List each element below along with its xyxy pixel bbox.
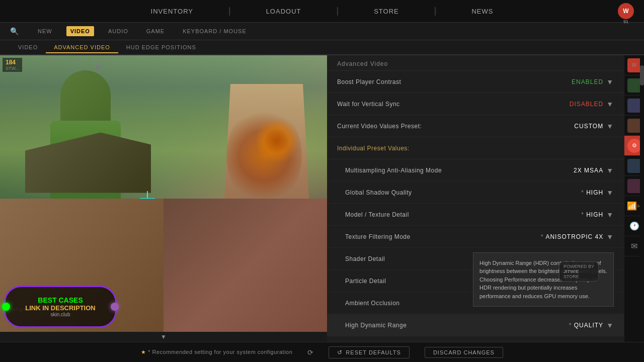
boost-contrast-label: Boost Player Contrast	[337, 78, 401, 85]
texture-dropdown[interactable]: HIGH ▼	[533, 211, 614, 219]
ao-label: Ambient Occlusion	[345, 300, 400, 307]
chevron-down-icon: ▼	[606, 321, 614, 329]
sidebar-icon-image-4	[627, 119, 641, 133]
game-view-panel: 184 STW... ➜ range view: BEST CASES LINK	[0, 55, 327, 342]
chevron-down-icon: ▼	[606, 166, 614, 174]
shadow-label: Global Shadow Quality	[345, 189, 412, 196]
avatar-icon: W	[618, 3, 634, 19]
game-screenshot: 184 STW... ➜ range view: BEST CASES LINK	[0, 55, 327, 342]
scrollbar-thumb[interactable]	[640, 65, 644, 85]
shader-label: Shader Detail	[345, 255, 385, 262]
vsync-label: Wait for Vertical Sync	[337, 101, 400, 108]
user-avatar[interactable]: W 91	[618, 3, 634, 24]
settings-panel: Advanced Video Boost Player Contrast ENA…	[327, 55, 624, 342]
boost-contrast-dropdown[interactable]: ENABLED ▼	[533, 78, 614, 86]
score-value: 184	[6, 59, 19, 66]
filtering-value: ANISOTROPIC 4X	[541, 233, 603, 240]
right-area: Advanced Video Boost Player Contrast ENA…	[327, 55, 644, 342]
scrollbar[interactable]	[640, 55, 644, 342]
search-icon[interactable]: 🔍	[10, 27, 19, 35]
bottom-right-view	[164, 199, 327, 342]
chevron-down-icon: ▼	[606, 277, 614, 285]
nav-store[interactable]: STORE	[369, 6, 404, 17]
top-nav: INVENTORY | LOADOUT | STORE | NEWS W 91	[0, 0, 644, 23]
setting-vsync[interactable]: Wait for Vertical Sync DISABLED ▼	[327, 93, 624, 115]
chevron-down-icon: ▼	[606, 100, 614, 108]
filtering-dropdown[interactable]: ANISOTROPIC 4X ▼	[533, 233, 614, 241]
nav-divider-1: |	[228, 6, 231, 17]
chevron-down-icon: ▼	[606, 78, 614, 86]
ad-subtitle: LINK IN DESCRIPTION	[25, 304, 95, 312]
discard-label: DISCARD CHANGES	[433, 349, 495, 355]
tab-video[interactable]: VIDEO	[66, 26, 94, 36]
texture-value: HIGH	[581, 211, 603, 218]
sub-tabs-bar: VIDEO ADVANCED VIDEO HUD EDGE POSITIONS	[0, 40, 644, 55]
preset-label: Current Video Values Preset:	[337, 123, 422, 130]
setting-preset[interactable]: Current Video Values Preset: CUSTOM ▼	[327, 115, 624, 137]
setting-texture[interactable]: Model / Texture Detail HIGH ▼	[327, 204, 624, 226]
sub-tab-advanced-video[interactable]: ADVANCED VIDEO	[46, 42, 118, 53]
individual-preset-header: Individual Preset Values:	[327, 137, 624, 159]
tab-keyboard-mouse[interactable]: KEYBOARD / MOUSE	[179, 26, 251, 36]
boost-contrast-value: ENABLED	[572, 78, 603, 85]
shadow-dropdown[interactable]: HIGH ▼	[533, 189, 614, 197]
fire-secondary	[257, 116, 297, 166]
arrow-decoration: ➜	[96, 63, 102, 72]
discard-changes-button[interactable]: DISCARD CHANGES	[425, 347, 503, 358]
nav-news[interactable]: NEWS	[466, 6, 498, 17]
chevron-down-icon: ▼	[606, 255, 614, 263]
nav-loadout[interactable]: LOADOUT	[261, 6, 306, 17]
sub-tab-video[interactable]: VIDEO	[10, 42, 46, 53]
powered-by-text: POWERED BYJITW!ESTORE	[564, 264, 594, 279]
setting-boost-contrast[interactable]: Boost Player Contrast ENABLED ▼	[327, 71, 624, 93]
chevron-down-icon: ▼	[606, 233, 614, 241]
msaa-dropdown[interactable]: 2X MSAA ▼	[533, 166, 614, 174]
scroll-down-arrow[interactable]: ▼	[0, 332, 327, 342]
sidebar-icon-image-3	[627, 99, 641, 113]
bottom-bar: ★ * Recommended setting for your system …	[0, 342, 644, 362]
individual-preset-label: Individual Preset Values:	[337, 145, 410, 152]
hdr-value: QUALITY	[569, 322, 603, 329]
hdr-dropdown[interactable]: QUALITY ▼	[533, 321, 614, 329]
chevron-down-icon: ▼	[606, 211, 614, 219]
texture-label: Model / Texture Detail	[345, 211, 409, 218]
preset-dropdown[interactable]: CUSTOM ▼	[533, 122, 614, 130]
sub-tab-hud[interactable]: HUD EDGE POSITIONS	[118, 42, 204, 53]
filtering-label: Texture Filtering Mode	[345, 233, 411, 240]
setting-fsr[interactable]: FidelityFX Super Resolution ▼	[327, 336, 624, 342]
hdr-label: High Dynamic Range	[345, 322, 407, 329]
powered-by-badge: POWERED BYJITW!ESTORE	[559, 261, 599, 282]
ad-banner: BEST CASES LINK IN DESCRIPTION skin.club	[5, 287, 116, 327]
tab-new[interactable]: NEW	[34, 26, 56, 36]
clock-icon: 🕐	[629, 221, 639, 231]
ad-dot-left	[2, 303, 10, 311]
tab-game[interactable]: GAME	[142, 26, 169, 36]
setting-ao[interactable]: Ambient Occlusion MEDIUM ▼	[327, 292, 624, 314]
nav-inventory[interactable]: INVENTORY	[146, 6, 198, 17]
ad-domain: skin.club	[25, 312, 95, 317]
reset-label: RESET DEFAULTS	[346, 349, 401, 355]
section-title: Advanced Video	[327, 55, 624, 71]
setting-hdr[interactable]: High Dynamic Range QUALITY ▼	[327, 314, 624, 336]
sidebar-icon-image-5	[627, 159, 641, 173]
ao-value: MEDIUM	[571, 300, 603, 307]
reset-icon: ↺	[337, 349, 343, 356]
tab-audio[interactable]: AUDIO	[104, 26, 132, 36]
ad-content: BEST CASES LINK IN DESCRIPTION skin.club	[25, 296, 95, 317]
player-name: STW...	[6, 66, 19, 71]
sidebar-active-icon: ⚙	[627, 139, 641, 153]
ao-dropdown[interactable]: MEDIUM ▼	[533, 299, 614, 307]
nav-divider-3: |	[434, 6, 437, 17]
msaa-value: 2X MSAA	[574, 167, 603, 174]
sidebar-icon-image-2	[627, 78, 641, 93]
vsync-dropdown[interactable]: DISABLED ▼	[533, 100, 614, 108]
vsync-value: DISABLED	[570, 101, 603, 108]
nav-divider-2: |	[336, 6, 339, 17]
rec-label: * Recommended setting for your system co…	[148, 349, 292, 355]
bottom-bar-icon: ⟳	[307, 348, 313, 356]
setting-msaa[interactable]: Multisampling Anti-Aliasing Mode 2X MSAA…	[327, 159, 624, 182]
setting-shadow[interactable]: Global Shadow Quality HIGH ▼	[327, 182, 624, 204]
reset-defaults-button[interactable]: ↺ RESET DEFAULTS	[329, 346, 410, 358]
setting-filtering[interactable]: Texture Filtering Mode ANISOTROPIC 4X ▼	[327, 226, 624, 248]
particle-label: Particle Detail	[345, 278, 386, 285]
